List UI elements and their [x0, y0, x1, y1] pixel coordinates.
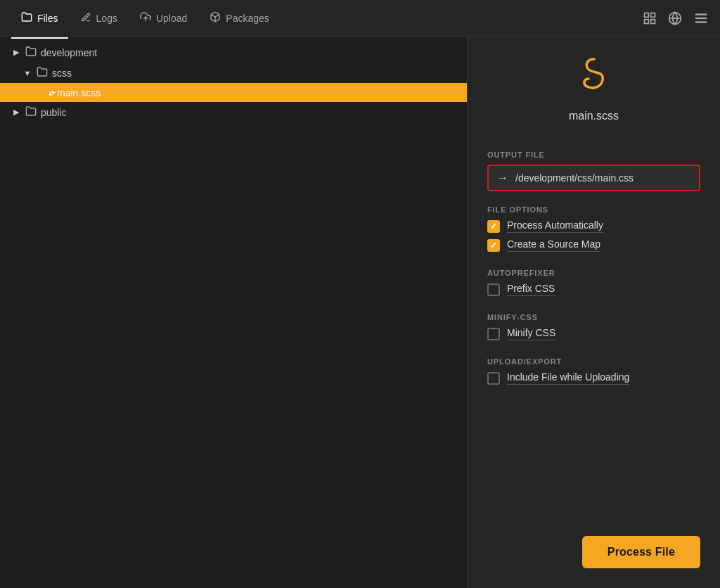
checkbox-include-upload-box[interactable]: [487, 372, 500, 385]
autoprefixer-section-label: AUTOPREFIXER: [487, 269, 700, 277]
expand-arrow-development: ▶: [11, 48, 21, 57]
process-file-button[interactable]: Process File: [582, 536, 700, 568]
checkbox-minify-label: Minify CSS: [507, 327, 555, 340]
checkbox-minify[interactable]: Minify CSS: [487, 327, 700, 340]
tab-upload[interactable]: Upload: [130, 7, 197, 29]
tree-item-scss-label: scss: [52, 68, 72, 79]
layout-button[interactable]: [643, 11, 657, 25]
scss-file-icon: 𝓸: [48, 87, 53, 98]
nav-actions: [643, 11, 709, 26]
upload-export-section-label: UPLOAD/EXPORT: [487, 357, 700, 366]
nav-tabs: Files Logs Upload: [11, 7, 643, 29]
file-tree: ▶ development ▼ scss 𝓸 main.scss: [0, 37, 468, 588]
tab-logs[interactable]: Logs: [71, 8, 127, 29]
output-file-path: /development/css/main.css: [515, 172, 690, 184]
tree-item-public-label: public: [41, 107, 67, 118]
svg-rect-3: [651, 13, 655, 17]
checkbox-prefix-css[interactable]: Prefix CSS: [487, 283, 700, 296]
folder-icon-public: [25, 106, 37, 119]
tab-upload-label: Upload: [156, 13, 187, 24]
file-options-section-label: FILE OPTIONS: [487, 205, 700, 214]
tree-item-main-scss-label: main.scss: [57, 87, 101, 98]
network-button[interactable]: [668, 11, 682, 25]
checkbox-process-auto-box[interactable]: [487, 220, 500, 233]
tree-item-scss[interactable]: ▼ scss: [0, 63, 467, 83]
folder-icon: [21, 11, 32, 25]
tree-item-main-scss[interactable]: 𝓸 main.scss: [0, 83, 467, 102]
tab-packages-label: Packages: [226, 13, 269, 24]
checkbox-include-upload-label: Include File while Uploading: [507, 371, 629, 385]
arrow-right-icon: →: [497, 172, 508, 184]
scss-large-icon: [573, 53, 615, 104]
pen-icon: [81, 12, 91, 25]
cloud-icon: [140, 11, 151, 25]
tab-files-label: Files: [37, 13, 58, 24]
menu-button[interactable]: [693, 11, 709, 26]
tab-packages[interactable]: Packages: [200, 7, 278, 29]
expand-arrow-scss: ▼: [22, 69, 32, 77]
checkbox-prefix-css-box[interactable]: [487, 283, 500, 296]
svg-rect-2: [645, 13, 649, 17]
tab-logs-label: Logs: [96, 13, 117, 24]
tab-files[interactable]: Files: [11, 7, 68, 29]
tree-item-public[interactable]: ▶ public: [0, 102, 467, 122]
process-btn-wrapper: Process File: [582, 536, 700, 568]
checkbox-process-auto-label: Process Automatically: [507, 219, 603, 233]
expand-arrow-public: ▶: [11, 108, 21, 117]
checkbox-source-map[interactable]: Create a Source Map: [487, 238, 700, 252]
file-name-label: main.scss: [569, 110, 619, 122]
checkbox-prefix-css-label: Prefix CSS: [507, 283, 555, 296]
tree-item-development[interactable]: ▶ development: [0, 42, 467, 63]
folder-icon-scss: [37, 66, 48, 79]
output-file-section-label: OUTPUT FILE: [487, 151, 700, 159]
top-navigation: Files Logs Upload: [0, 0, 720, 37]
folder-icon-development: [25, 46, 37, 59]
checkbox-minify-box[interactable]: [487, 328, 500, 340]
checkbox-include-upload[interactable]: Include File while Uploading: [487, 371, 700, 385]
minify-css-section-label: MINIFY-CSS: [487, 313, 700, 321]
tree-item-development-label: development: [41, 47, 97, 58]
checkbox-process-auto[interactable]: Process Automatically: [487, 219, 700, 233]
svg-rect-5: [645, 19, 649, 23]
checkbox-source-map-label: Create a Source Map: [507, 238, 600, 252]
main-content: ▶ development ▼ scss 𝓸 main.scss: [0, 37, 720, 588]
svg-rect-4: [651, 19, 655, 23]
output-file-input[interactable]: → /development/css/main.css: [487, 165, 700, 191]
file-header: main.scss: [487, 53, 700, 122]
file-details-panel: main.scss OUTPUT FILE → /development/css…: [468, 37, 720, 588]
checkbox-source-map-box[interactable]: [487, 239, 500, 252]
box-icon: [210, 11, 221, 25]
